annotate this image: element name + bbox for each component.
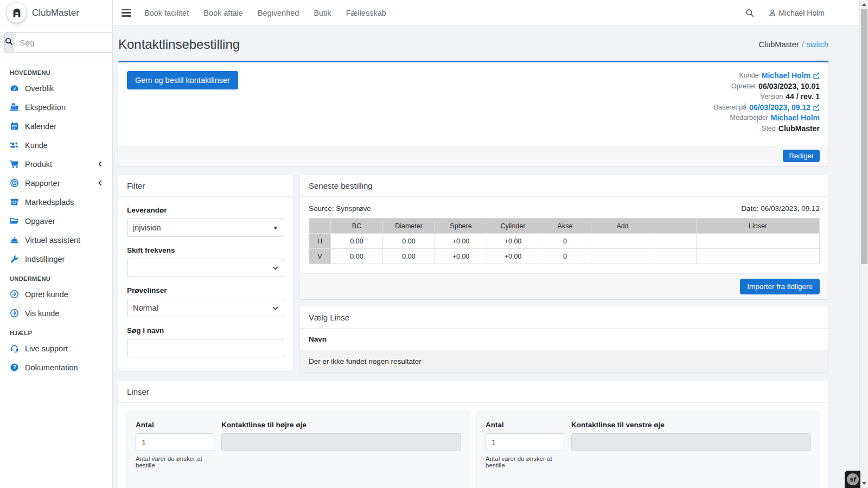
right-eye-qty-input[interactable] (136, 433, 214, 451)
external-link-icon[interactable] (813, 104, 820, 111)
scrollbar-thumb[interactable] (861, 9, 867, 264)
left-eye-qty-input[interactable] (486, 433, 564, 451)
caret-down-icon: ▼ (273, 225, 278, 231)
hamburger-menu-icon[interactable] (122, 9, 131, 17)
calendar-icon (10, 121, 19, 131)
sidebar-item-indstillinger[interactable]: Indstillinger (0, 249, 112, 268)
table-row-h: H 0.00 0.00 +0.00 +0.00 0 (309, 234, 820, 249)
meta-medarbejder: Medarbejder Michael Holm (730, 113, 820, 123)
sidebar-item-label: Vis kunde (25, 309, 59, 318)
edit-button[interactable]: Rediger (783, 150, 820, 162)
external-link-icon[interactable] (813, 72, 820, 79)
source-label: Source: Synsprøve (309, 204, 371, 213)
sidebar-section-hovedmenu: HOVEDMENU (0, 62, 112, 79)
sidebar-item-label: Overblik (25, 84, 54, 93)
search-icon[interactable] (745, 9, 754, 17)
scroll-up-arrow[interactable] (860, 1, 868, 9)
tachometer-icon (10, 84, 19, 93)
top-nav-links: Book facilitet Book aftale Begivenhed Bu… (144, 9, 386, 17)
sidebar: ClubMaster HOVEDMENU Overblik Ekspeditio… (0, 0, 113, 488)
chevron-left-icon (98, 161, 103, 167)
svg-text:?: ? (12, 364, 16, 370)
sidebar-section-hjaelp: HJÆLP (0, 323, 112, 339)
nav-link-book-aftale[interactable]: Book aftale (203, 9, 243, 17)
wrench-icon (10, 254, 19, 264)
sidebar-item-overblik[interactable]: Overblik (0, 79, 112, 98)
save-order-button[interactable]: Gem og bestil kontaktlinser (127, 71, 238, 89)
sidebar-item-produkt[interactable]: Produkt (0, 155, 112, 174)
import-previous-button[interactable]: Importer fra tidligere (740, 279, 820, 294)
symfony-debug-toolbar-button[interactable]: sf (845, 471, 860, 488)
sidebar-item-markedsplads[interactable]: Markedsplads (0, 192, 112, 211)
arrow-circle-right-icon (10, 309, 19, 318)
nav-link-faellesskab[interactable]: Fællesskab (346, 9, 386, 17)
sidebar-item-label: Indstillinger (25, 255, 65, 264)
breadcrumb: ClubMaster/switch (759, 40, 828, 49)
meta-sted: Sted ClubMaster (762, 124, 820, 133)
breadcrumb-switch-link[interactable]: switch (807, 40, 828, 49)
trial-lens-select[interactable]: Normal (127, 299, 284, 317)
employee-link[interactable]: Michael Holm (771, 113, 820, 123)
chevron-down-icon (272, 306, 278, 310)
sidebar-item-opgaver[interactable]: Opgaver (0, 211, 112, 230)
chevron-down-icon (272, 266, 278, 270)
meta-baseret-pa: Baseret på 06/03/2023, 09.12 (714, 103, 820, 112)
lenses-title: Linser (118, 381, 828, 403)
based-on-link[interactable]: 06/03/2023, 09.12 (749, 103, 810, 112)
sidebar-item-kunde[interactable]: Kunde (0, 136, 112, 155)
brand-name: ClubMaster (32, 8, 79, 18)
bullseye-icon (10, 178, 19, 188)
sidebar-item-label: Live support (25, 344, 68, 353)
lenses-card: Linser Antal Antal varer du ønsker at be… (118, 381, 828, 488)
scroll-down-arrow[interactable] (860, 479, 868, 487)
date-label: Date: 06/03/2023, 09.12 (741, 204, 820, 213)
sidebar-item-virtuel-assistent[interactable]: Virtuel assistent (0, 230, 112, 249)
right-eye-lens-input (221, 433, 461, 451)
supplier-label: Leverandør (127, 206, 284, 214)
vertical-scrollbar[interactable] (859, 0, 868, 488)
sidebar-item-live-support[interactable]: Live support (0, 339, 112, 358)
sidebar-item-label: Opgaver (25, 217, 55, 226)
frequency-select[interactable] (127, 259, 284, 277)
brand[interactable]: ClubMaster (0, 0, 112, 26)
no-results-message: Der er ikke fundet nogen resultater (300, 350, 828, 373)
sidebar-item-ekspedition[interactable]: Ekspedition (0, 98, 112, 117)
name-search-input[interactable] (127, 339, 284, 357)
left-eye-lens-input (571, 433, 811, 451)
sidebar-item-label: Kalender (25, 122, 56, 131)
user-menu[interactable]: Michael Holm (768, 9, 825, 17)
sidebar-item-label: Dokumentation (25, 363, 78, 372)
right-eye-qty-label: Antal (136, 421, 214, 429)
lens-name-column-header: Navn (300, 329, 828, 350)
navbar-right: Michael Holm (745, 9, 859, 17)
sidebar-item-rapporter[interactable]: Rapporter (0, 174, 112, 192)
name-search-label: Søg i navn (127, 326, 284, 335)
meta-oprettet: Oprettet 06/03/2023, 10.01 (731, 82, 820, 91)
sidebar-item-kalender[interactable]: Kalender (0, 117, 112, 136)
sidebar-item-label: Kunde (25, 141, 48, 150)
page-title: Kontaktlinsebestilling (118, 37, 240, 52)
folder-open-icon (10, 216, 19, 226)
nav-link-book-facilitet[interactable]: Book facilitet (144, 9, 189, 17)
sidebar-item-label: Opret kunde (25, 290, 68, 299)
order-card: Gem og bestil kontaktlinser Kunde Michae… (118, 61, 828, 166)
table-header-row: BC Diameter Sphere Cylinder Akse Add Lin… (309, 219, 820, 234)
sidebar-item-dokumentation[interactable]: ? Dokumentation (0, 358, 112, 377)
store-icon (10, 197, 19, 207)
user-icon (768, 9, 776, 17)
chevron-left-icon (98, 180, 103, 186)
right-eye-card: Antal Antal varer du ønsker at bestille … (126, 410, 470, 488)
user-name: Michael Holm (778, 9, 825, 17)
sidebar-search-button[interactable] (4, 32, 13, 53)
sidebar-section-undermenu: UNDERMENU (0, 268, 112, 285)
sidebar-item-opret-kunde[interactable]: Opret kunde (0, 285, 112, 304)
nav-link-begivenhed[interactable]: Begivenhed (258, 9, 299, 17)
sidebar-item-vis-kunde[interactable]: Vis kunde (0, 304, 112, 323)
search-icon (5, 37, 13, 47)
arrow-circle-right-icon (10, 290, 19, 299)
frequency-label: Skift frekvens (127, 246, 284, 254)
supplier-select[interactable]: jnjvision ▼ (127, 219, 284, 237)
customer-link[interactable]: Michael Holm (762, 71, 810, 80)
sidebar-search-input[interactable] (13, 32, 113, 53)
nav-link-butik[interactable]: Butik (314, 9, 331, 17)
